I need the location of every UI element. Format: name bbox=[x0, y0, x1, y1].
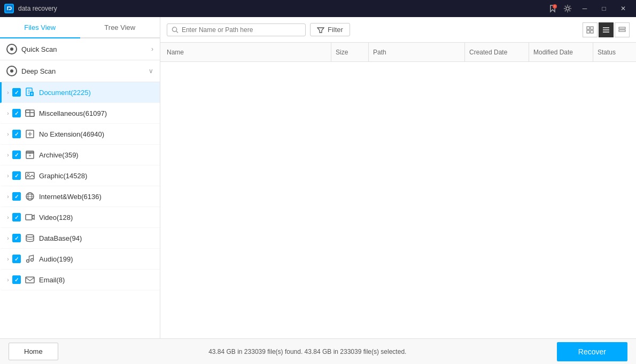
category-item-no-ext[interactable]: › No Extension(46940) bbox=[0, 124, 160, 145]
recover-button[interactable]: Recover bbox=[557, 342, 627, 361]
app-body: Files View Tree View Quick Scan › Deep S… bbox=[0, 17, 636, 338]
category-label-database: DataBase(94) bbox=[39, 234, 82, 242]
col-header-path: Path bbox=[369, 43, 465, 61]
svg-rect-0 bbox=[5, 5, 13, 12]
category-item-database[interactable]: › DataBase(94) bbox=[0, 228, 160, 249]
detail-view-button[interactable] bbox=[615, 22, 630, 37]
chevron-video: › bbox=[4, 215, 12, 220]
main-content: Filter bbox=[160, 17, 636, 338]
checkbox-video[interactable] bbox=[12, 213, 21, 221]
svg-point-13 bbox=[27, 173, 29, 176]
grid-view-button[interactable] bbox=[583, 22, 598, 37]
checkbox-no-ext[interactable] bbox=[12, 130, 21, 138]
quick-scan-left: Quick Scan bbox=[6, 44, 57, 54]
chevron-email: › bbox=[4, 277, 12, 283]
svg-rect-7 bbox=[26, 110, 30, 113]
maximize-button[interactable]: □ bbox=[595, 0, 612, 17]
chevron-graphic: › bbox=[4, 173, 12, 179]
checkbox-graphic[interactable] bbox=[12, 171, 21, 180]
category-item-graphic[interactable]: › Graphic(14528) bbox=[0, 165, 160, 186]
svg-point-21 bbox=[172, 27, 176, 31]
search-bar: Filter bbox=[160, 17, 636, 43]
col-header-status: Status bbox=[593, 43, 636, 61]
svg-rect-24 bbox=[587, 30, 590, 33]
chevron-document: › bbox=[4, 90, 12, 96]
search-box[interactable] bbox=[167, 23, 306, 36]
video-icon bbox=[24, 211, 36, 223]
category-label-email: Email(8) bbox=[39, 276, 65, 284]
table-header: Name Size Path Created Date Modified Dat… bbox=[160, 43, 636, 62]
deep-scan-section: Deep Scan ∨ bbox=[0, 60, 160, 82]
category-label-internet: Internet&Web(6136) bbox=[39, 193, 102, 201]
filter-icon bbox=[317, 26, 324, 34]
app-title: data recovery bbox=[18, 5, 57, 12]
filter-label: Filter bbox=[328, 26, 343, 34]
graphic-icon bbox=[24, 170, 36, 181]
checkbox-misc[interactable] bbox=[12, 109, 21, 117]
svg-point-3 bbox=[566, 7, 569, 10]
category-item-document[interactable]: › Document(2225) bbox=[0, 82, 160, 103]
titlebar: data recovery ! ─ □ ✕ bbox=[0, 0, 636, 17]
category-item-misc[interactable]: › Miscellaneous(61097) bbox=[0, 103, 160, 124]
minimize-button[interactable]: ─ bbox=[576, 0, 593, 17]
quick-scan-section: Quick Scan › bbox=[0, 38, 160, 60]
bookmark-icon[interactable]: ! bbox=[546, 2, 559, 15]
col-header-size: Size bbox=[331, 43, 369, 61]
quick-scan-arrow: › bbox=[151, 45, 153, 53]
tab-files-view[interactable]: Files View bbox=[0, 17, 80, 38]
svg-rect-23 bbox=[591, 27, 593, 29]
list-view-button[interactable] bbox=[599, 22, 614, 37]
table-content bbox=[160, 62, 636, 338]
status-text: 43.84 GB in 233039 file(s) found. 43.84 … bbox=[208, 348, 406, 355]
file-category-list: › Document(2225) › bbox=[0, 82, 160, 290]
settings-icon[interactable] bbox=[561, 2, 574, 15]
deep-scan-label: Deep Scan bbox=[21, 67, 56, 75]
category-item-audio[interactable]: › Audio(199) bbox=[0, 249, 160, 270]
category-item-video[interactable]: › Video(128) bbox=[0, 207, 160, 228]
search-icon bbox=[172, 26, 179, 34]
titlebar-left: data recovery bbox=[4, 4, 57, 13]
checkbox-database[interactable] bbox=[12, 234, 21, 242]
quick-scan-header[interactable]: Quick Scan › bbox=[0, 38, 160, 60]
search-input[interactable] bbox=[182, 26, 301, 34]
document-icon bbox=[24, 86, 36, 98]
deep-scan-icon bbox=[6, 66, 17, 76]
filter-button[interactable]: Filter bbox=[310, 23, 350, 36]
checkbox-internet[interactable] bbox=[12, 192, 21, 201]
checkbox-audio[interactable] bbox=[12, 255, 21, 263]
checkbox-archive[interactable] bbox=[12, 151, 21, 159]
misc-icon bbox=[24, 107, 36, 119]
close-button[interactable]: ✕ bbox=[615, 0, 632, 17]
category-label-no-ext: No Extension(46940) bbox=[39, 130, 104, 138]
col-header-name: Name bbox=[160, 43, 331, 61]
deep-scan-header[interactable]: Deep Scan ∨ bbox=[0, 60, 160, 82]
category-item-internet[interactable]: › Internet&Web(6136) bbox=[0, 186, 160, 207]
category-label-graphic: Graphic(14528) bbox=[39, 172, 87, 180]
svg-rect-22 bbox=[587, 27, 590, 29]
chevron-no-ext: › bbox=[4, 131, 12, 137]
checkbox-document[interactable] bbox=[12, 88, 21, 97]
category-label-archive: Archive(359) bbox=[39, 151, 79, 159]
home-button[interactable]: Home bbox=[9, 343, 58, 360]
email-icon bbox=[24, 274, 36, 286]
svg-rect-16 bbox=[26, 215, 32, 220]
app-logo bbox=[4, 4, 14, 13]
view-buttons bbox=[583, 22, 630, 37]
svg-point-17 bbox=[26, 235, 34, 238]
svg-rect-25 bbox=[591, 30, 593, 33]
no-ext-icon bbox=[24, 128, 36, 140]
database-icon bbox=[24, 232, 36, 244]
category-item-archive[interactable]: › Archive(359) bbox=[0, 145, 160, 165]
internet-icon bbox=[24, 191, 36, 202]
svg-rect-26 bbox=[619, 27, 625, 29]
svg-rect-27 bbox=[619, 30, 625, 31]
category-label-document: Document(2225) bbox=[39, 89, 91, 97]
deep-scan-arrow: ∨ bbox=[149, 67, 153, 75]
tab-tree-view[interactable]: Tree View bbox=[80, 17, 160, 38]
quick-scan-icon bbox=[6, 44, 17, 54]
deep-scan-left: Deep Scan bbox=[6, 66, 56, 76]
checkbox-email[interactable] bbox=[12, 275, 21, 284]
svg-rect-20 bbox=[26, 277, 34, 283]
category-item-email[interactable]: › Email(8) bbox=[0, 270, 160, 290]
category-label-misc: Miscellaneous(61097) bbox=[39, 109, 107, 117]
